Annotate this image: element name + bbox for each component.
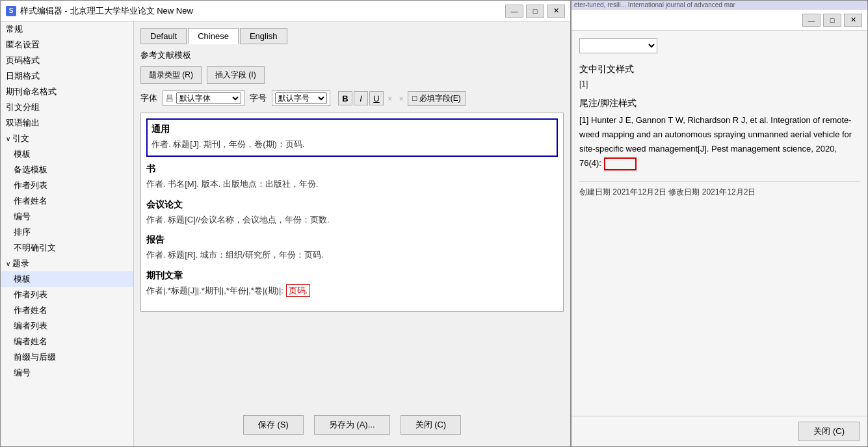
style-dropdown[interactable] [579,38,657,53]
title-controls: — □ ✕ [505,5,565,18]
sidebar-item-cite-sort[interactable]: 排序 [1,224,133,240]
date-row: 创建日期 2021年12月2日 修改日期 2021年12月2日 [579,181,860,198]
content-area: Default Chinese English 参考文献模板 题录类型 (R) … [134,21,570,446]
minimize-button[interactable]: — [505,5,523,18]
reference-text: [1] Hunter J E, Gannon T W, Richardson R… [579,113,860,170]
sidebar-item-record-template[interactable]: 模板 [1,271,133,287]
sidebar-item-date-format[interactable]: 日期格式 [1,68,133,84]
template-journal: 期刊文章 作者|.*标题[J]|.*期刊|,*年份|,*卷|(期)|: 页码. [146,270,558,298]
close-window-button[interactable]: ✕ [547,5,565,18]
font-icon: 昌 [166,93,174,104]
toolbar-row: 题录类型 (R) 插入字段 (I) [140,66,564,84]
sidebar-item-anon[interactable]: 匿名设置 [1,37,133,53]
sidebar-item-record-author-list[interactable]: 作者列表 [1,287,133,303]
dropdown-row [579,38,860,53]
template-report: 报告 作者. 标题[R]. 城市：组织/研究所，年份：页码. [146,234,558,262]
footnote-style-section: 尾注/脚注样式 [1] Hunter J E, Gannon T W, Rich… [579,98,860,170]
size-label: 字号 [250,92,267,104]
sidebar-item-cite-num[interactable]: 编号 [1,209,133,224]
sidebar-item-cite-author-name[interactable]: 作者姓名 [1,193,133,209]
second-maximize-button[interactable]: □ [823,14,841,27]
save-button[interactable]: 保存 (S) [243,415,304,435]
size-select-wrapper: 默认字号 [272,90,330,106]
background-strip: eter-tuned, resili... International jour… [572,1,867,10]
main-window-title: 样式编辑器 - 北京理工大学毕业论文 New New [20,5,193,17]
template-journal-content: 作者|.*标题[J]|.*期刊|,*年份|,*卷|(期)|: 页码. [146,284,558,298]
template-editor[interactable]: 通用 作者. 标题[J]. 期刊，年份，卷(期)：页码. 书 作者. 书名[M]… [140,113,564,312]
entry-type-button[interactable]: 题录类型 (R) [140,66,202,84]
second-close-button[interactable]: ✕ [844,14,862,27]
font-dropdown[interactable]: 默认字体 [176,92,241,104]
separator2: × [399,94,404,103]
sidebar-item-cite-author-list[interactable]: 作者列表 [1,178,133,193]
template-report-title: 报告 [146,234,558,246]
red-box-value [604,157,637,170]
section-title: 参考文献模板 [140,49,564,61]
second-close-btn[interactable]: 关闭 (C) [798,422,860,441]
separator1: × [388,94,393,103]
main-window: S 样式编辑器 - 北京理工大学毕业论文 New New — □ ✕ 常规 匿名… [0,0,571,447]
sidebar-item-cite-group[interactable]: 引文分组 [1,100,133,115]
sidebar-item-record-editor-name[interactable]: 编者姓名 [1,334,133,349]
tab-english[interactable]: English [240,28,287,44]
sidebar-item-journal-format[interactable]: 期刊命名格式 [1,84,133,100]
bold-button[interactable]: B [338,91,352,105]
underline-button[interactable]: U [369,91,384,105]
tabs-bar: Default Chinese English [140,28,564,44]
template-report-content: 作者. 标题[R]. 城市：组织/研究所，年份：页码. [146,249,558,262]
second-bottom: 关闭 (C) [572,416,867,446]
sidebar-item-record-author-name[interactable]: 作者姓名 [1,303,133,318]
template-book-title: 书 [146,163,558,175]
sidebar-item-general[interactable]: 常规 [1,21,133,37]
italic-button[interactable]: I [354,91,368,105]
sidebar-item-cite-alt-template[interactable]: 备选模板 [1,162,133,178]
second-body: 文中引文样式 [1] 尾注/脚注样式 [1] Hunter J E, Ganno… [572,31,867,416]
citation-style-label: 文中引文样式 [579,64,860,75]
template-general-title: 通用 [151,124,553,135]
template-journal-title: 期刊文章 [146,270,558,282]
save-as-button[interactable]: 另存为 (A)... [314,415,390,435]
font-row: 字体 昌 默认字体 字号 默认字号 B I U × [140,90,564,106]
citation-style-section: 文中引文样式 [1] [579,64,860,88]
second-title-bar: — □ ✕ [572,10,867,31]
bottom-bar: 保存 (S) 另存为 (A)... 关闭 (C) [140,407,564,440]
font-select-wrapper: 昌 默认字体 [163,90,244,106]
window-body: 常规 匿名设置 页码格式 日期格式 期刊命名格式 引文分组 双语输出 引文 模板… [1,21,570,446]
template-journal-highlight: 页码. [286,284,311,297]
sidebar-item-record-num[interactable]: 编号 [1,365,133,381]
template-conference: 会议论文 作者. 标题[C]//会议名称，会议地点，年份：页数. [146,199,558,227]
tab-default[interactable]: Default [140,28,187,44]
sidebar-item-bilingual[interactable]: 双语输出 [1,115,133,131]
title-bar-left: S 样式编辑器 - 北京理工大学毕业论文 New New [6,5,193,17]
sidebar-item-record-editor-list[interactable]: 编者列表 [1,318,133,334]
second-window: eter-tuned, resili... International jour… [571,0,868,447]
template-conference-title: 会议论文 [146,199,558,211]
sidebar-item-page-format[interactable]: 页码格式 [1,53,133,68]
main-title-bar: S 样式编辑器 - 北京理工大学毕业论文 New New — □ ✕ [1,1,570,21]
app-icon: S [6,6,16,16]
template-conference-content: 作者. 标题[C]//会议名称，会议地点，年份：页数. [146,213,558,227]
template-editor-wrapper: 通用 作者. 标题[J]. 期刊，年份，卷(期)：页码. 书 作者. 书名[M]… [140,113,564,407]
insert-field-button[interactable]: 插入字段 (I) [207,66,265,84]
sidebar-item-cite-template[interactable]: 模板 [1,146,133,162]
tab-chinese[interactable]: Chinese [188,28,239,44]
sidebar-item-record[interactable]: 题录 [1,256,133,271]
template-general-content: 作者. 标题[J]. 期刊，年份，卷(期)：页码. [151,138,553,152]
footnote-style-label: 尾注/脚注样式 [579,98,860,109]
size-dropdown[interactable]: 默认字号 [275,92,327,104]
template-general: 通用 作者. 标题[J]. 期刊，年份，卷(期)：页码. [146,118,558,157]
citation-style-value: [1] [579,79,860,88]
template-journal-text: 作者|.*标题[J]|.*期刊|,*年份|,*卷|(期)|: [146,286,283,295]
sidebar-item-record-prefix[interactable]: 前缀与后缀 [1,349,133,365]
font-label: 字体 [140,92,157,104]
maximize-button[interactable]: □ [526,5,544,18]
sidebar: 常规 匿名设置 页码格式 日期格式 期刊命名格式 引文分组 双语输出 引文 模板… [1,21,134,446]
close-button[interactable]: 关闭 (C) [401,415,462,435]
sidebar-item-cite-ambiguous[interactable]: 不明确引文 [1,240,133,256]
second-minimize-button[interactable]: — [802,14,821,27]
required-field-button[interactable]: □ 必填字段(E) [408,91,466,106]
template-book-content: 作者. 书名[M]. 版本. 出版地点：出版社，年份. [146,178,558,191]
format-buttons: B I U × × □ 必填字段(E) [338,91,466,106]
sidebar-item-citation[interactable]: 引文 [1,131,133,146]
second-title-controls: — □ ✕ [802,14,862,27]
